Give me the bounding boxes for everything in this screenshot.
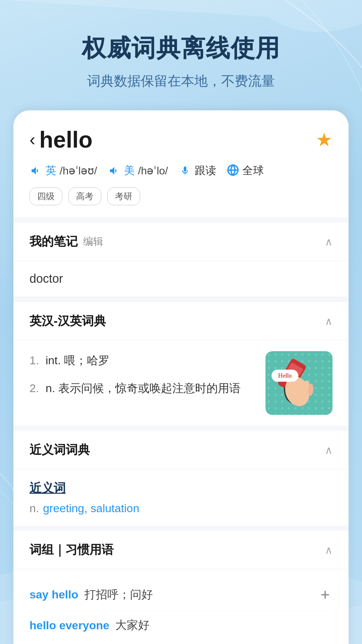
phrases-section-left: 词组｜习惯用语: [29, 542, 114, 558]
notes-edit-button[interactable]: 编辑: [83, 235, 103, 249]
phrase-item-2: hello everyone 大家好: [29, 611, 333, 640]
british-pronunciation[interactable]: 英 /həˈləʊ/: [29, 163, 97, 178]
phrase-add-button-1[interactable]: +: [318, 585, 333, 604]
main-card: ‹ hello ★ 英 /həˈləʊ/ 美 /həˈlo/: [13, 110, 349, 644]
microphone-icon: [179, 164, 191, 177]
phrase-zh-1: 打招呼；问好: [84, 587, 153, 602]
search-word: hello: [39, 126, 93, 153]
synonyms-section-left: 近义词词典: [29, 442, 90, 458]
dict-definitions: 1. int. 喂；哈罗 2. n. 表示问候，惊奇或唤起注意时的用语: [29, 351, 257, 407]
global-button[interactable]: 全球: [227, 163, 264, 178]
notes-section-header[interactable]: 我的笔记 编辑 ∧: [13, 223, 349, 261]
pronunciation-row: 英 /həˈləʊ/ 美 /həˈlo/ 跟读: [29, 163, 333, 178]
phrase-en-1[interactable]: say hello: [29, 588, 78, 601]
synonyms-content: 近义词 n. greeting, salutation: [13, 469, 349, 526]
british-phonetic: /həˈləʊ/: [60, 164, 97, 177]
phrases-section: 词组｜习惯用语 ∧ say hello 打招呼；问好 + hello every…: [13, 531, 349, 644]
synonym-row: n. greeting, salutation: [29, 502, 333, 515]
synonyms-section: 近义词词典 ∧ 近义词 n. greeting, salutation: [13, 431, 349, 526]
back-word-row: ‹ hello: [29, 126, 93, 153]
follow-read-label: 跟读: [195, 163, 216, 178]
tag-level4: 四级: [29, 187, 62, 205]
back-icon[interactable]: ‹: [29, 131, 35, 148]
phrase-item-1: say hello 打招呼；问好 +: [29, 579, 333, 611]
dictionary-title: 英汉-汉英词典: [29, 313, 106, 329]
phrase-left-2: hello everyone 大家好: [29, 618, 333, 633]
dictionary-chevron-icon: ∧: [325, 315, 333, 328]
synonyms-section-header[interactable]: 近义词词典 ∧: [13, 431, 349, 469]
hello-image: Hello: [265, 351, 333, 415]
dictionary-content: 1. int. 喂；哈罗 2. n. 表示问候，惊奇或唤起注意时的用语: [13, 340, 349, 426]
notes-title: 我的笔记: [29, 233, 78, 250]
british-speaker-icon: [29, 164, 42, 177]
synonym-content-title: 近义词: [29, 480, 333, 496]
phrases-content: say hello 打招呼；问好 + hello everyone 大家好: [13, 569, 349, 644]
american-speaker-icon: [108, 164, 121, 177]
notes-content: doctor: [13, 261, 349, 297]
synonyms-title: 近义词词典: [29, 442, 90, 458]
british-label: 英: [46, 163, 56, 178]
header-area: 权威词典离线使用 词典数据保留在本地，不费流量: [0, 0, 362, 110]
notes-chevron-icon: ∧: [325, 235, 333, 248]
phrase-left-1: say hello 打招呼；问好: [29, 587, 318, 602]
phrases-chevron-icon: ∧: [325, 544, 333, 556]
synonym-words[interactable]: greeting, salutation: [43, 502, 139, 515]
notes-section-left: 我的笔记 编辑: [29, 233, 103, 250]
american-label: 美: [124, 163, 135, 178]
follow-read-button[interactable]: 跟读: [179, 163, 216, 178]
svg-text:Hello: Hello: [278, 372, 292, 379]
star-icon[interactable]: ★: [316, 129, 333, 151]
def-text-2: n. 表示问候，惊奇或唤起注意时的用语: [46, 379, 241, 397]
dict-section-left: 英汉-汉英词典: [29, 313, 106, 329]
dict-entry: 1. int. 喂；哈罗 2. n. 表示问候，惊奇或唤起注意时的用语: [29, 351, 333, 415]
def-num-2: 2.: [29, 379, 42, 397]
synonym-pos: n.: [29, 502, 39, 515]
tags-row: 四级 高考 考研: [29, 187, 333, 205]
dict-def-1: 1. int. 喂；哈罗: [29, 351, 257, 369]
page-title: 权威词典离线使用: [20, 34, 342, 62]
american-pronunciation[interactable]: 美 /həˈlo/: [108, 163, 168, 178]
global-icon: [227, 164, 239, 177]
def-text-1: int. 喂；哈罗: [46, 351, 110, 369]
phrases-section-header[interactable]: 词组｜习惯用语 ∧: [13, 531, 349, 569]
tag-kaoyan: 考研: [107, 187, 140, 205]
tag-gaokao: 高考: [68, 187, 101, 205]
phrases-title: 词组｜习惯用语: [29, 542, 114, 558]
def-num-1: 1.: [29, 351, 42, 369]
page-subtitle: 词典数据保留在本地，不费流量: [20, 72, 342, 90]
phrase-en-2[interactable]: hello everyone: [29, 619, 109, 632]
american-phonetic: /həˈlo/: [138, 164, 168, 177]
notes-section: 我的笔记 编辑 ∧ doctor: [13, 223, 349, 297]
global-label: 全球: [242, 163, 264, 178]
dictionary-section: 英汉-汉英词典 ∧ 1. int. 喂；哈罗 2. n. 表示问候，惊奇或唤起注…: [13, 302, 349, 426]
synonyms-chevron-icon: ∧: [325, 444, 333, 457]
dictionary-section-header[interactable]: 英汉-汉英词典 ∧: [13, 302, 349, 340]
dict-def-2: 2. n. 表示问候，惊奇或唤起注意时的用语: [29, 379, 257, 397]
word-header: ‹ hello ★ 英 /həˈləʊ/ 美 /həˈlo/: [13, 110, 349, 217]
phrase-zh-2: 大家好: [115, 618, 149, 633]
